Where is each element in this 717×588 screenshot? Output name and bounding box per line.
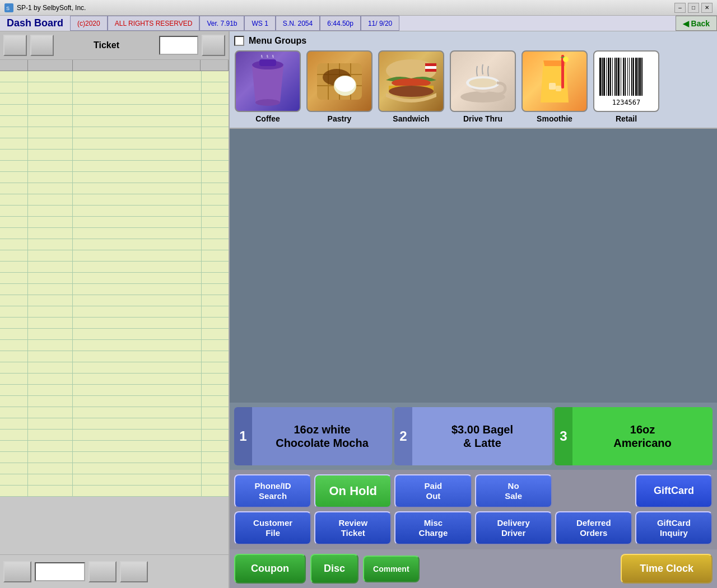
smoothie-label: Smoothie (537, 114, 572, 123)
ticket-btn-2[interactable] (30, 35, 54, 56)
rights-pill: ALL RIGHTS RESERVED (108, 16, 200, 31)
ticket-number-input[interactable] (159, 36, 198, 55)
table-cell (0, 362, 28, 374)
svg-rect-43 (613, 58, 614, 96)
svg-rect-52 (623, 58, 624, 96)
misc-charge-button[interactable]: MiscCharge (394, 511, 472, 545)
table-cell (73, 284, 202, 295)
table-cell (0, 250, 28, 262)
menu-group-coffee[interactable]: Coffee (234, 50, 301, 123)
table-cell (202, 161, 229, 172)
svg-rect-50 (621, 58, 621, 96)
menu-groups-checkbox[interactable] (234, 36, 244, 46)
quick-item-1[interactable]: 1 16oz whiteChocolate Mocha (234, 407, 392, 465)
left-bottom-btn-2[interactable] (89, 561, 117, 582)
table-cell (0, 206, 28, 217)
table-cell (28, 318, 73, 329)
table-cell (0, 407, 28, 418)
table-cell (73, 105, 202, 116)
left-bottom (0, 554, 229, 588)
table-cell (202, 273, 229, 284)
table-cell (0, 396, 28, 407)
on-hold-button[interactable]: On Hold (314, 474, 392, 508)
svg-rect-71 (642, 58, 644, 96)
disc-button[interactable]: Disc (310, 554, 358, 584)
drivethru-label: Drive Thru (463, 114, 502, 123)
table-cell (0, 262, 28, 273)
svg-rect-41 (611, 58, 612, 96)
quick-item-2[interactable]: 2 $3.00 Bagel& Latte (394, 407, 552, 465)
table-cell (28, 127, 73, 138)
phone-id-button[interactable]: Phone/IDSearch (234, 474, 311, 508)
table-area (0, 71, 229, 554)
table-cell (0, 329, 28, 340)
time-pill: 6:44.50p (320, 16, 361, 31)
table-cell (202, 284, 229, 295)
svg-rect-20 (425, 63, 436, 66)
table-cell (0, 82, 28, 94)
menu-group-retail[interactable]: 1234567 Retail (593, 50, 660, 123)
coupon-button[interactable]: Coupon (234, 554, 306, 584)
dashboard-label[interactable]: Dash Board (0, 16, 70, 31)
table-cell (0, 127, 28, 138)
ticket-btn-1[interactable] (3, 35, 27, 56)
table-cell (28, 362, 73, 374)
table-cell (73, 396, 202, 407)
ticket-btn-3[interactable] (202, 35, 225, 56)
window-controls[interactable]: – □ ✕ (674, 3, 713, 13)
quick-item-1-text: 16oz whiteChocolate Mocha (252, 421, 392, 452)
serial-pill: S.N. 2054 (276, 16, 320, 31)
table-cell (0, 474, 28, 486)
left-bottom-btn-3[interactable] (120, 561, 148, 582)
table-cell (73, 430, 202, 441)
empty-slot (555, 474, 632, 508)
giftcard-button[interactable]: GiftCard (635, 474, 713, 508)
table-cell (28, 228, 73, 239)
table-cell (202, 105, 229, 116)
paid-out-button[interactable]: PaidOut (394, 474, 472, 508)
left-bottom-input[interactable] (35, 562, 85, 581)
table-cell (28, 385, 73, 396)
quick-item-3[interactable]: 3 16ozAmericano (555, 407, 713, 465)
svg-rect-40 (610, 58, 611, 96)
giftcard-inquiry-button[interactable]: GiftCardInquiry (635, 511, 713, 545)
delivery-driver-button[interactable]: DeliveryDriver (475, 511, 552, 545)
sandwich-image (378, 50, 444, 112)
svg-rect-37 (607, 58, 608, 96)
menu-group-smoothie[interactable]: Smoothie (521, 50, 588, 123)
quick-item-3-text: 16ozAmericano (572, 421, 713, 452)
table-grid (0, 71, 229, 497)
table-cell (28, 430, 73, 441)
time-clock-button[interactable]: Time Clock (621, 554, 713, 584)
menu-group-sandwich[interactable]: Sandwich (378, 50, 445, 123)
table-cell (0, 172, 28, 183)
table-cell (0, 351, 28, 362)
table-cell (73, 127, 202, 138)
no-sale-button[interactable]: NoSale (475, 474, 552, 508)
review-ticket-button[interactable]: ReviewTicket (314, 511, 392, 545)
table-cell (73, 385, 202, 396)
maximize-button[interactable]: □ (688, 3, 699, 13)
deferred-orders-button[interactable]: DeferredOrders (555, 511, 632, 545)
close-button[interactable]: ✕ (701, 3, 713, 13)
table-cell (202, 385, 229, 396)
menu-group-pastry[interactable]: Pastry (306, 50, 373, 123)
table-cell (73, 116, 202, 127)
table-cell (28, 374, 73, 385)
svg-rect-30 (599, 58, 601, 96)
svg-rect-34 (603, 58, 605, 96)
table-cell (28, 351, 73, 362)
minimize-button[interactable]: – (674, 3, 686, 13)
left-bottom-btn-1[interactable] (3, 561, 31, 582)
menu-group-drivethru[interactable]: Drive Thru (449, 50, 516, 123)
table-cell (0, 105, 28, 116)
customer-file-button[interactable]: CustomerFile (234, 511, 311, 545)
comment-button[interactable]: Comment (363, 556, 420, 582)
drivethru-image (450, 50, 516, 112)
table-cell (28, 183, 73, 194)
table-cell (73, 262, 202, 273)
table-cell (28, 418, 73, 430)
table-cell (28, 138, 73, 150)
back-button[interactable]: ◀ Back (676, 16, 717, 31)
table-cell (0, 138, 28, 150)
